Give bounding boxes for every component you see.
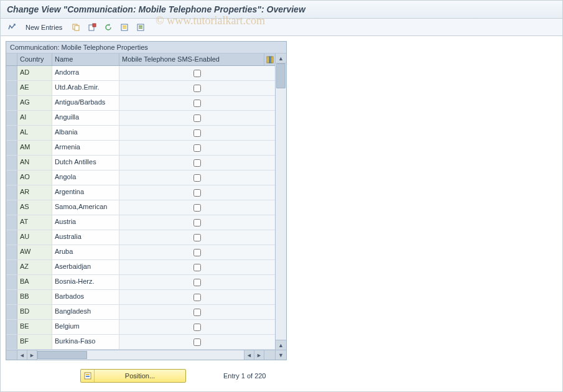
cell-name[interactable]: Albania <box>52 126 119 140</box>
undo-icon[interactable] <box>102 21 114 34</box>
sms-checkbox[interactable] <box>193 234 201 241</box>
table-row[interactable]: BFBurkina-Faso <box>6 335 275 350</box>
cell-country[interactable]: AN <box>17 156 52 170</box>
table-row[interactable]: BBBarbados <box>6 290 275 305</box>
col-header-country[interactable]: Country <box>17 54 52 65</box>
cell-name[interactable]: Burkina-Faso <box>52 335 119 349</box>
cell-country[interactable]: AE <box>17 81 52 95</box>
row-selector[interactable] <box>6 245 17 259</box>
cell-country[interactable]: BD <box>17 305 52 319</box>
cell-name[interactable]: Antigua/Barbads <box>52 96 119 110</box>
cell-country[interactable]: AT <box>17 215 52 230</box>
table-row[interactable]: AUAustralia <box>6 230 275 245</box>
sms-checkbox[interactable] <box>193 204 201 212</box>
row-selector[interactable] <box>6 320 17 334</box>
deselect-all-icon[interactable] <box>134 21 147 34</box>
scroll-left-icon[interactable]: ◄ <box>17 350 27 360</box>
sms-checkbox[interactable] <box>193 174 201 182</box>
sms-checkbox[interactable] <box>193 70 201 77</box>
table-row[interactable]: ATAustria <box>6 215 275 230</box>
scroll-left-end-icon[interactable]: ◄ <box>244 350 254 360</box>
cell-name[interactable]: Andorra <box>52 66 119 80</box>
sms-checkbox[interactable] <box>193 338 201 346</box>
horizontal-scrollbar[interactable]: ◄ ► ◄ ► <box>6 350 275 360</box>
row-selector[interactable] <box>6 200 17 215</box>
sms-checkbox[interactable] <box>193 309 201 316</box>
table-row[interactable]: BEBelgium <box>6 320 275 335</box>
row-selector[interactable] <box>6 230 17 245</box>
table-row[interactable]: AEUtd.Arab.Emir. <box>6 81 275 96</box>
cell-name[interactable]: Bosnia-Herz. <box>52 275 119 289</box>
cell-country[interactable]: AU <box>17 230 52 245</box>
sms-checkbox[interactable] <box>193 219 201 226</box>
row-selector[interactable] <box>6 170 17 185</box>
sms-checkbox[interactable] <box>193 144 201 152</box>
cell-name[interactable]: Austria <box>52 215 119 230</box>
table-row[interactable]: BDBangladesh <box>6 305 275 320</box>
vscroll-thumb[interactable] <box>276 63 286 88</box>
table-row[interactable]: AOAngola <box>6 170 275 185</box>
table-row[interactable]: AZAserbaidjan <box>6 260 275 275</box>
scroll-right-step-icon[interactable]: ► <box>27 350 37 360</box>
cell-name[interactable]: Argentina <box>52 185 119 200</box>
header-select-all[interactable] <box>6 54 17 65</box>
row-selector[interactable] <box>6 215 17 230</box>
cell-country[interactable]: AD <box>17 66 52 80</box>
table-row[interactable]: AGAntigua/Barbads <box>6 96 275 111</box>
row-selector[interactable] <box>6 66 17 80</box>
scroll-down-small-icon[interactable]: ▲ <box>276 340 286 350</box>
cell-name[interactable]: Angola <box>52 170 119 185</box>
position-button[interactable]: Position... <box>80 369 186 383</box>
row-selector[interactable] <box>6 275 17 289</box>
cell-name[interactable]: Dutch Antilles <box>52 156 119 170</box>
table-row[interactable]: AIAnguilla <box>6 111 275 126</box>
row-selector[interactable] <box>6 305 17 319</box>
table-row[interactable]: ALAlbania <box>6 126 275 141</box>
col-header-name[interactable]: Name <box>52 54 119 65</box>
sms-checkbox[interactable] <box>193 129 201 137</box>
vertical-scrollbar[interactable]: ▲ ▲ ▼ <box>275 54 286 360</box>
cell-country[interactable]: AI <box>17 111 52 125</box>
scroll-down-icon[interactable]: ▼ <box>276 350 286 360</box>
cell-name[interactable]: Anguilla <box>52 111 119 125</box>
delete-icon[interactable] <box>86 21 98 34</box>
sms-checkbox[interactable] <box>193 114 201 122</box>
cell-country[interactable]: BB <box>17 290 52 304</box>
cell-name[interactable]: Samoa,American <box>52 200 119 215</box>
sms-checkbox[interactable] <box>193 294 201 301</box>
hscroll-track[interactable] <box>37 350 244 360</box>
copy-icon[interactable] <box>70 21 82 34</box>
sms-checkbox[interactable] <box>193 85 201 92</box>
vscroll-track[interactable] <box>276 63 286 340</box>
row-selector[interactable] <box>6 81 17 95</box>
row-selector[interactable] <box>6 156 17 170</box>
cell-country[interactable]: BE <box>17 320 52 334</box>
cell-country[interactable]: AL <box>17 126 52 140</box>
sms-checkbox[interactable] <box>193 249 201 256</box>
table-row[interactable]: ADAndorra <box>6 66 275 81</box>
row-selector[interactable] <box>6 290 17 304</box>
cell-country[interactable]: BA <box>17 275 52 289</box>
sms-checkbox[interactable] <box>193 189 201 197</box>
cell-country[interactable]: AW <box>17 245 52 259</box>
table-row[interactable]: ARArgentina <box>6 185 275 200</box>
row-selector[interactable] <box>6 141 17 155</box>
row-selector[interactable] <box>6 126 17 140</box>
cell-country[interactable]: AS <box>17 200 52 215</box>
col-header-sms[interactable]: Mobile Telephone SMS-Enabled <box>119 54 264 65</box>
cell-name[interactable]: Belgium <box>52 320 119 334</box>
row-selector[interactable] <box>6 335 17 349</box>
row-selector[interactable] <box>6 111 17 125</box>
table-row[interactable]: AMArmenia <box>6 141 275 156</box>
cell-name[interactable]: Australia <box>52 230 119 245</box>
cell-name[interactable]: Aserbaidjan <box>52 260 119 274</box>
cell-country[interactable]: BF <box>17 335 52 349</box>
toggle-display-icon[interactable] <box>6 21 18 34</box>
select-all-icon[interactable] <box>118 21 131 34</box>
row-selector[interactable] <box>6 185 17 200</box>
scroll-right-end-icon[interactable]: ► <box>254 350 264 360</box>
cell-country[interactable]: AM <box>17 141 52 155</box>
sms-checkbox[interactable] <box>193 100 201 107</box>
new-entries-button[interactable]: New Entries <box>22 21 66 34</box>
scroll-up-icon[interactable]: ▲ <box>276 54 286 63</box>
